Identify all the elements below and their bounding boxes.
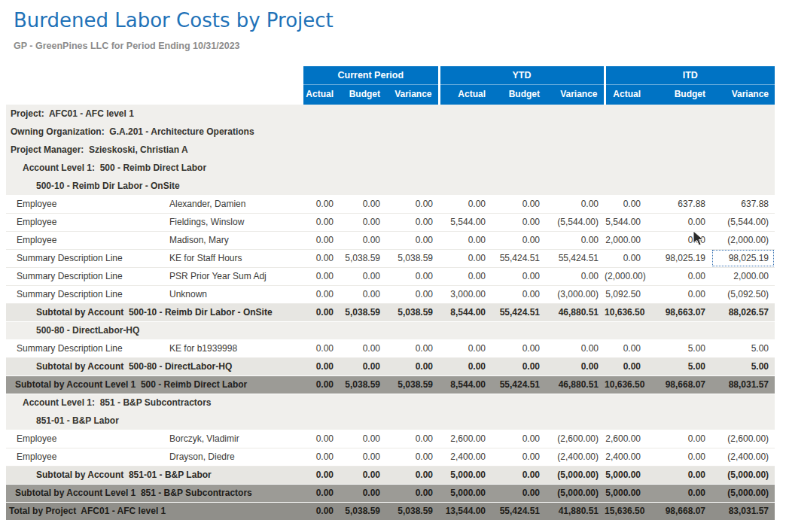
value-cell[interactable]: 0.00 xyxy=(340,213,386,231)
value-cell[interactable]: 0.00 xyxy=(439,249,492,267)
value-cell[interactable]: 0.00 xyxy=(340,339,386,357)
value-cell[interactable]: 55,424.51 xyxy=(546,249,605,267)
value-cell[interactable]: 0.00 xyxy=(439,339,492,357)
value-cell[interactable]: (5,000.00) xyxy=(711,466,775,484)
value-cell[interactable]: (5,544.00) xyxy=(711,213,775,231)
value-cell[interactable]: (2,400.00) xyxy=(546,448,605,466)
value-cell[interactable]: 0.00 xyxy=(386,484,439,502)
value-cell[interactable]: 41,880.51 xyxy=(546,502,605,520)
value-cell[interactable]: 0.00 xyxy=(647,213,711,231)
value-cell[interactable]: 5,038.59 xyxy=(340,249,386,267)
value-cell[interactable]: (2,600.00) xyxy=(711,430,775,448)
value-cell[interactable]: 0.00 xyxy=(340,231,386,249)
value-cell[interactable]: 0.00 xyxy=(386,231,439,249)
value-cell[interactable]: 5.00 xyxy=(711,339,775,357)
value-cell[interactable]: 0.00 xyxy=(303,339,340,357)
value-cell[interactable]: 5,544.00 xyxy=(439,213,492,231)
value-cell[interactable]: 0.00 xyxy=(439,231,492,249)
value-cell[interactable]: 3,000.00 xyxy=(439,285,492,303)
value-cell[interactable]: 2,400.00 xyxy=(605,448,647,466)
value-cell[interactable]: 2,000.00 xyxy=(605,231,647,249)
value-cell[interactable]: 0.00 xyxy=(303,213,340,231)
value-cell[interactable]: 0.00 xyxy=(340,466,386,484)
value-cell[interactable]: 0.00 xyxy=(340,430,386,448)
value-cell[interactable]: (5,544.00) xyxy=(546,213,605,231)
value-cell[interactable]: 0.00 xyxy=(439,357,492,375)
value-cell[interactable]: 2,600.00 xyxy=(605,430,647,448)
value-cell[interactable]: 5,038.59 xyxy=(386,375,439,394)
value-cell[interactable]: 0.00 xyxy=(492,357,546,375)
value-cell[interactable]: 46,880.51 xyxy=(546,303,605,321)
value-cell[interactable]: 0.00 xyxy=(605,357,647,375)
value-cell[interactable]: 0.00 xyxy=(546,231,605,249)
value-cell[interactable]: 0.00 xyxy=(546,339,605,357)
value-cell[interactable]: 5,038.59 xyxy=(340,502,386,520)
value-cell[interactable]: 5,544.00 xyxy=(605,213,647,231)
value-cell[interactable]: 0.00 xyxy=(303,231,340,249)
value-cell[interactable]: 0.00 xyxy=(492,195,546,213)
value-cell[interactable]: 0.00 xyxy=(605,195,647,213)
value-cell[interactable]: 55,424.51 xyxy=(492,303,546,321)
value-cell[interactable]: 5.00 xyxy=(711,357,775,375)
value-cell[interactable]: 0.00 xyxy=(647,466,711,484)
value-cell[interactable]: 83,031.57 xyxy=(711,502,775,520)
value-cell[interactable]: 637.88 xyxy=(647,195,711,213)
value-cell[interactable]: 0.00 xyxy=(492,430,546,448)
value-cell[interactable]: 0.00 xyxy=(546,357,605,375)
value-cell[interactable]: 0.00 xyxy=(386,357,439,375)
value-cell[interactable]: 5,038.59 xyxy=(340,303,386,321)
value-cell[interactable]: 0.00 xyxy=(386,466,439,484)
value-cell[interactable]: 88,031.57 xyxy=(711,375,775,394)
value-cell[interactable]: 0.00 xyxy=(492,484,546,502)
value-cell[interactable]: 0.00 xyxy=(439,195,492,213)
value-cell[interactable]: 55,424.51 xyxy=(492,502,546,520)
value-cell[interactable]: 0.00 xyxy=(492,213,546,231)
value-cell[interactable]: 5.00 xyxy=(647,357,711,375)
value-cell[interactable]: 0.00 xyxy=(386,267,439,285)
value-cell[interactable]: (5,000.00) xyxy=(546,466,605,484)
value-cell[interactable]: 0.00 xyxy=(647,231,711,249)
value-cell[interactable]: 0.00 xyxy=(303,303,340,321)
value-cell[interactable]: (5,092.50) xyxy=(711,285,775,303)
value-cell[interactable]: 0.00 xyxy=(340,195,386,213)
value-cell[interactable]: 5,000.00 xyxy=(605,484,647,502)
value-cell[interactable]: 10,636.50 xyxy=(605,303,647,321)
value-cell[interactable]: 88,026.57 xyxy=(711,303,775,321)
value-cell[interactable]: 0.00 xyxy=(303,502,340,520)
value-cell[interactable]: 0.00 xyxy=(386,213,439,231)
value-cell[interactable]: 8,544.00 xyxy=(439,375,492,394)
value-cell[interactable]: 0.00 xyxy=(340,448,386,466)
value-cell[interactable]: 0.00 xyxy=(340,484,386,502)
value-cell[interactable]: 0.00 xyxy=(605,339,647,357)
value-cell[interactable]: 0.00 xyxy=(647,267,711,285)
value-cell[interactable]: 0.00 xyxy=(386,430,439,448)
value-cell[interactable]: 0.00 xyxy=(386,339,439,357)
value-cell[interactable]: 0.00 xyxy=(303,466,340,484)
value-cell[interactable]: 0.00 xyxy=(647,430,711,448)
value-cell[interactable]: 637.88 xyxy=(711,195,775,213)
value-cell[interactable]: (3,000.00) xyxy=(546,285,605,303)
value-cell[interactable]: 0.00 xyxy=(386,195,439,213)
value-cell[interactable]: 0.00 xyxy=(303,195,340,213)
value-cell[interactable]: 0.00 xyxy=(492,267,546,285)
value-cell[interactable]: 0.00 xyxy=(303,357,340,375)
value-cell[interactable]: 98,663.07 xyxy=(647,303,711,321)
value-cell[interactable]: 5,000.00 xyxy=(439,484,492,502)
value-cell[interactable]: 5.00 xyxy=(647,339,711,357)
value-cell[interactable]: 5,038.59 xyxy=(386,502,439,520)
value-cell[interactable]: (5,000.00) xyxy=(711,484,775,502)
value-cell[interactable]: (2,400.00) xyxy=(711,448,775,466)
value-cell[interactable]: 0.00 xyxy=(303,448,340,466)
value-cell[interactable]: 13,544.00 xyxy=(439,502,492,520)
value-cell[interactable]: 0.00 xyxy=(546,195,605,213)
value-cell[interactable]: 5,038.59 xyxy=(386,303,439,321)
value-cell[interactable]: 98,025.19 xyxy=(647,249,711,267)
value-cell[interactable]: 0.00 xyxy=(386,448,439,466)
value-cell[interactable]: (2,600.00) xyxy=(546,430,605,448)
value-cell[interactable]: 0.00 xyxy=(647,484,711,502)
value-cell[interactable]: 0.00 xyxy=(492,339,546,357)
value-cell[interactable]: 0.00 xyxy=(492,466,546,484)
value-cell[interactable]: 0.00 xyxy=(303,267,340,285)
value-cell[interactable]: 5,000.00 xyxy=(605,466,647,484)
value-cell[interactable]: (2,000.00) xyxy=(711,231,775,249)
